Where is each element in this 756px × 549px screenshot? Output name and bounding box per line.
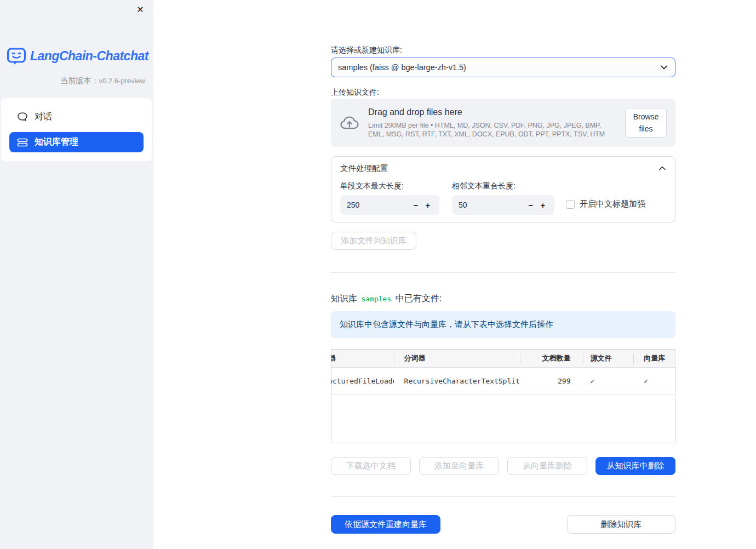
kb-select-label: 请选择或新建知识库: (331, 45, 675, 55)
version-text: 当前版本：v0.2.6-preview (0, 65, 153, 86)
cell-in-source-check: ✓ (583, 377, 634, 385)
cell-loader: UnstructuredFileLoader (331, 377, 394, 385)
chatchat-logo-icon (7, 47, 26, 65)
chunk-size-label: 单段文本最大长度: (340, 181, 439, 191)
info-alert-text: 知识库中包含源文件与向量库，请从下表中选择文件后操作 (340, 319, 553, 330)
upload-label: 上传知识文件: (331, 88, 675, 97)
dropzone-limit-text: Limit 200MB per file • HTML, MD, JSON, C… (368, 121, 616, 139)
sidebar-item-kb-management[interactable]: 知识库管理 (9, 132, 144, 152)
app-window: ✕ LangChain-Chatchat 当前版本：v0.2.6-preview (0, 0, 756, 549)
close-icon[interactable]: ✕ (134, 4, 146, 16)
sidebar: ✕ LangChain-Chatchat 当前版本：v0.2.6-preview (0, 0, 153, 549)
kb-selectbox[interactable]: samples (faiss @ bge-large-zh-v1.5) (331, 58, 675, 77)
version-label: 当前版本： (60, 76, 99, 85)
kb-name-code: samples (359, 295, 393, 303)
col-header-doc-count[interactable]: 文档数量 (520, 350, 583, 367)
kb-selectbox-value: samples (faiss @ bge-large-zh-v1.5) (338, 63, 660, 72)
file-config-title: 文件处理配置 (340, 163, 388, 174)
app-title: LangChain-Chatchat (30, 49, 148, 64)
delete-from-vector-store-button[interactable]: 从向量库删除 (507, 457, 587, 475)
logo: LangChain-Chatchat (0, 0, 153, 65)
divider (331, 496, 675, 497)
rebuild-vector-store-button[interactable]: 依据源文件重建向量库 (331, 515, 440, 534)
kb-files-prefix: 知识库 (331, 294, 357, 303)
file-config-expander-header[interactable]: 文件处理配置 (331, 157, 675, 174)
sidebar-item-label: 知识库管理 (35, 136, 78, 148)
zh-title-enhance-label: 开启中文标题加强 (580, 199, 645, 209)
minus-icon[interactable]: − (525, 201, 537, 210)
col-header-vector-store[interactable]: 向量库 (633, 350, 675, 367)
main-content: 请选择或新建知识库: samples (faiss @ bge-large-zh… (153, 0, 756, 549)
chat-bubble-icon (17, 112, 28, 122)
table-row[interactable]: UnstructuredFileLoader RecursiveCharacte… (331, 368, 675, 394)
checkbox-icon[interactable] (566, 200, 575, 209)
col-header-loader[interactable]: 文档加载器 (331, 350, 394, 367)
kb-files-suffix: 中已有文件: (396, 294, 442, 303)
file-action-buttons: 下载选中文档 添加至向量库 从向量库删除 从知识库中删除 (331, 457, 675, 475)
chevron-down-icon (660, 65, 668, 70)
browse-files-button[interactable]: Browse files (625, 108, 667, 138)
sidebar-nav: 对话 知识库管理 (1, 98, 152, 161)
chunk-size-value: 250 (347, 201, 410, 209)
cell-splitter: RecursiveCharacterTextSplitter (394, 377, 520, 385)
file-dropzone[interactable]: Drag and drop files here Limit 200MB per… (331, 99, 675, 147)
overlap-size-label: 相邻文本重合长度: (452, 181, 554, 191)
chunk-size-input[interactable]: 250 − + (340, 195, 439, 215)
kb-files-table[interactable]: 文档加载器 分词器 文档数量 源文件 向量库 UnstructuredFileL… (331, 349, 675, 443)
overlap-size-value: 50 (459, 201, 525, 209)
zh-title-enhance-checkbox[interactable]: 开启中文标题加强 (566, 199, 645, 209)
file-config-expander: 文件处理配置 单段文本最大长度: 250 − + (331, 156, 675, 222)
download-selected-button[interactable]: 下载选中文档 (331, 457, 411, 475)
add-to-vector-store-button[interactable]: 添加至向量库 (419, 457, 499, 475)
sidebar-item-label: 对话 (35, 111, 52, 123)
add-files-to-kb-button[interactable]: 添加文件到知识库 (331, 232, 416, 250)
cell-in-vector-check: ✓ (633, 377, 675, 385)
plus-icon[interactable]: + (537, 201, 549, 210)
info-alert: 知识库中包含源文件与向量库，请从下表中选择文件后操作 (331, 311, 675, 338)
minus-icon[interactable]: − (410, 201, 422, 210)
delete-kb-button[interactable]: 删除知识库 (567, 515, 675, 534)
divider (331, 272, 675, 273)
kb-level-buttons: 依据源文件重建向量库 删除知识库 (331, 515, 675, 534)
kb-stack-icon (17, 138, 28, 147)
cell-doc-count: 299 (520, 377, 583, 385)
col-header-source-file[interactable]: 源文件 (583, 350, 634, 367)
chevron-up-icon (658, 166, 666, 171)
version-value: v0.2.6-preview (99, 77, 145, 85)
overlap-size-input[interactable]: 50 − + (452, 195, 554, 215)
dropzone-instruction: Drag and drop files here (368, 107, 616, 118)
cloud-upload-icon (340, 115, 359, 131)
delete-from-kb-button[interactable]: 从知识库中删除 (595, 457, 675, 475)
sidebar-item-dialogue[interactable]: 对话 (9, 107, 144, 127)
table-header-row: 文档加载器 分词器 文档数量 源文件 向量库 (331, 350, 675, 368)
plus-icon[interactable]: + (422, 201, 434, 210)
kb-files-heading: 知识库 samples 中已有文件: (331, 292, 675, 305)
col-header-splitter[interactable]: 分词器 (394, 350, 520, 367)
